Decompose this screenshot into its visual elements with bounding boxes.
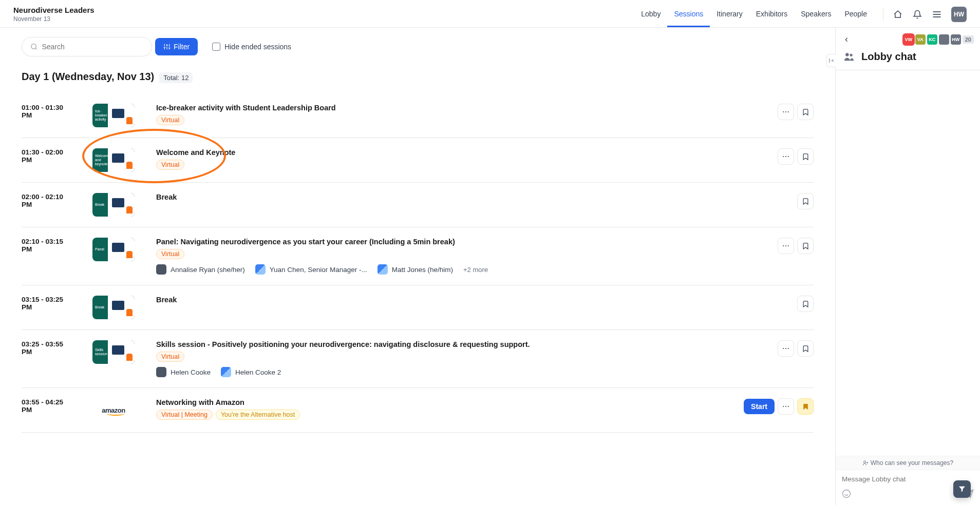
session-thumbnail: Ice-breaker activity (92, 104, 135, 127)
session-tags: Virtual (156, 249, 756, 259)
participant-avatar[interactable]: VW (903, 34, 914, 45)
session-tags: Virtual (156, 352, 756, 362)
people-icon (842, 51, 856, 63)
speaker[interactable]: Annalise Ryan (she/her) (156, 264, 245, 275)
participant-avatar[interactable]: VA (915, 34, 926, 45)
session-body: Networking with AmazonVirtual | MeetingY… (156, 398, 722, 420)
total-badge: Total: 12 (159, 72, 193, 83)
session-time: 01:00 - 01:30 PM (22, 104, 71, 119)
search-box[interactable] (22, 37, 152, 56)
filter-button[interactable]: Filter (155, 38, 198, 55)
more-icon[interactable] (778, 398, 794, 415)
session-body: Ice-breaker activity with Student Leader… (156, 104, 756, 125)
menu-icon[interactable] (932, 9, 942, 20)
emoji-icon[interactable] (842, 489, 851, 500)
session-actions: Start (744, 398, 814, 415)
speaker-name: Annalise Ryan (she/her) (171, 266, 245, 274)
session-thumbnail: Welcome and keynote (92, 148, 135, 172)
bookmark-icon[interactable] (797, 148, 814, 165)
user-avatar[interactable]: HW (951, 7, 967, 22)
chat-title: Lobby chat (861, 51, 916, 63)
session-actions (778, 148, 814, 165)
session-thumbnail: Break (92, 296, 135, 319)
svg-point-14 (783, 111, 784, 112)
nav-sessions[interactable]: Sessions (667, 1, 710, 27)
chat-participants[interactable]: VWVAKCHW20 (903, 34, 974, 45)
speaker[interactable]: Yuan Chen, Senior Manager -... (255, 264, 367, 275)
svg-point-3 (31, 44, 36, 49)
bookmark-icon[interactable] (797, 104, 814, 120)
session-row[interactable]: 03:15 - 03:25 PMBreakBreak (22, 285, 814, 330)
bookmark-icon[interactable] (797, 193, 814, 209)
speaker-avatar (255, 264, 266, 275)
participant-avatar[interactable] (939, 34, 949, 45)
session-row[interactable]: 01:30 - 02:00 PMWelcome and keynoteWelco… (22, 138, 814, 183)
bookmark-icon[interactable] (797, 398, 814, 415)
session-row[interactable]: 03:25 - 03:55 PMSkills sessionSkills ses… (22, 330, 814, 388)
svg-point-26 (783, 406, 784, 407)
bookmark-icon[interactable] (797, 238, 814, 254)
bell-icon[interactable] (912, 9, 922, 20)
more-icon[interactable] (778, 238, 794, 254)
more-icon[interactable] (778, 104, 794, 120)
header-title-block: Neurodiverse Leaders November 13 (13, 6, 95, 23)
session-time: 03:15 - 03:25 PM (22, 296, 71, 311)
session-body: Break (156, 193, 776, 201)
session-actions (797, 193, 814, 209)
session-speakers: Annalise Ryan (she/her)Yuan Chen, Senior… (156, 264, 756, 275)
chat-messages-area[interactable] (836, 70, 980, 456)
session-thumbnail: Panel (92, 238, 135, 261)
speaker[interactable]: Helen Cooke 2 (221, 367, 281, 377)
session-time: 03:25 - 03:55 PM (22, 340, 71, 356)
speaker[interactable]: Matt Jones (he/him) (378, 264, 453, 275)
tag: Virtual (156, 249, 184, 259)
nav-people[interactable]: People (838, 1, 874, 27)
controls-bar: Filter Hide ended sessions (22, 37, 814, 56)
session-time: 01:30 - 02:00 PM (22, 148, 71, 164)
session-body: Panel: Navigating neurodivergence as you… (156, 238, 756, 275)
session-speakers: Helen CookeHelen Cooke 2 (156, 367, 756, 377)
svg-point-23 (783, 348, 784, 349)
speaker[interactable]: Helen Cooke (156, 367, 211, 377)
who-can-see-link[interactable]: Who can see your messages? (836, 456, 980, 470)
session-row[interactable]: 03:55 - 04:25 PMamazonNetworking with Am… (22, 388, 814, 433)
nav-itinerary[interactable]: Itinerary (710, 1, 749, 27)
bookmark-icon[interactable] (797, 296, 814, 312)
svg-point-17 (783, 156, 784, 157)
tag: Virtual | Meeting (156, 410, 213, 420)
nav-exhibitors[interactable]: Exhibitors (749, 1, 794, 27)
start-button[interactable]: Start (744, 399, 775, 414)
search-input[interactable] (42, 43, 143, 51)
tag: You're the Alternative host (216, 410, 300, 420)
svg-point-30 (845, 53, 849, 56)
pin-icon[interactable] (826, 54, 836, 67)
session-thumbnail: Skills session (92, 340, 135, 364)
chevron-left-icon[interactable]: ‹ (842, 33, 851, 46)
session-tags: Virtual | MeetingYou're the Alternative … (156, 410, 722, 420)
checkbox-icon (212, 43, 220, 51)
more-speakers[interactable]: +2 more (463, 266, 488, 274)
participant-count[interactable]: 20 (963, 35, 974, 44)
main-nav: LobbySessionsItineraryExhibitorsSpeakers… (634, 1, 874, 27)
participant-avatar[interactable]: KC (927, 34, 937, 45)
nav-lobby[interactable]: Lobby (634, 1, 667, 27)
hide-ended-toggle[interactable]: Hide ended sessions (212, 43, 291, 51)
session-title: Ice-breaker activity with Student Leader… (156, 104, 756, 112)
session-tags: Virtual (156, 115, 756, 125)
bookmark-icon[interactable] (797, 340, 814, 357)
svg-point-32 (863, 461, 865, 463)
session-row[interactable]: 01:00 - 01:30 PMIce-breaker activityIce-… (22, 89, 814, 138)
speaker-avatar (156, 264, 166, 275)
help-float-button[interactable] (953, 480, 971, 498)
tag: Virtual (156, 160, 184, 170)
session-row[interactable]: 02:00 - 02:10 PMBreakBreak (22, 183, 814, 227)
participant-avatar[interactable]: HW (951, 34, 961, 45)
speaker-avatar (156, 367, 166, 377)
more-icon[interactable] (778, 148, 794, 165)
session-row[interactable]: 02:10 - 03:15 PMPanelPanel: Navigating n… (22, 227, 814, 285)
header-actions: HW (893, 7, 967, 22)
more-icon[interactable] (778, 340, 794, 357)
nav-speakers[interactable]: Speakers (794, 1, 838, 27)
chat-top-bar: ‹ VWVAKCHW20 (836, 28, 980, 48)
home-icon[interactable] (893, 9, 903, 20)
